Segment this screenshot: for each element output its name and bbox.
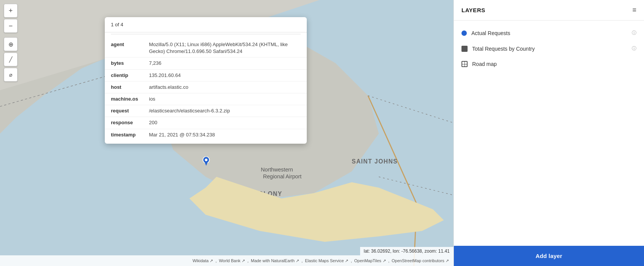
popup-value-response: 200 — [149, 119, 301, 126]
popup-key-host: host — [111, 84, 149, 91]
attribution-elasticmaps[interactable]: Elastic Maps Service ↗ — [305, 258, 348, 263]
map-toolbar: + − ⊕ ╱ ⌀ — [4, 4, 18, 82]
map-pin — [202, 157, 211, 167]
popup-row-timestamp: timestamp Mar 21, 2021 @ 07:53:34.238 — [105, 129, 307, 141]
add-layer-button[interactable]: Add layer — [454, 246, 644, 266]
attribution-openstreetmap[interactable]: OpenStreetMap contributors ↗ — [392, 258, 449, 263]
popup-value-machineos: ios — [149, 96, 301, 103]
pin-button[interactable]: ⌀ — [4, 68, 18, 82]
layers-title: LAYERS — [461, 7, 485, 13]
popup-pagination: 1 of 4 — [105, 17, 307, 32]
popup-value-clientip: 135.201.60.64 — [149, 72, 301, 79]
layer-item-actual-requests[interactable]: Actual Requests ⓘ — [454, 25, 644, 41]
road-map-label: Road map — [472, 61, 636, 67]
popup-row-clientip: clientip 135.201.60.64 — [105, 70, 307, 82]
compass-button[interactable]: ⊕ — [4, 37, 18, 51]
attribution-wikidata[interactable]: Wikidata ↗ — [192, 258, 213, 263]
popup-key-bytes: bytes — [111, 60, 149, 67]
compass-icon: ⊕ — [8, 41, 13, 48]
svg-text:Regional Airport: Regional Airport — [263, 173, 301, 179]
popup-row-host: host artifacts.elastic.co — [105, 82, 307, 93]
feature-popup: 1 of 4 agent Mozilla/5.0 (X11; Linux i68… — [105, 17, 307, 144]
layer-item-total-requests[interactable]: Total Requests by Country ⓘ — [454, 41, 644, 56]
minus-icon: − — [9, 22, 13, 30]
popup-key-agent: agent — [111, 41, 149, 55]
popup-value-bytes: 7,236 — [149, 60, 301, 67]
total-requests-label: Total Requests by Country — [472, 46, 627, 52]
svg-text:Northwestern: Northwestern — [261, 167, 293, 173]
popup-value-timestamp: Mar 21, 2021 @ 07:53:34.238 — [149, 131, 301, 138]
coord-display: lat: 36.02692, lon: -76.56638, zoom: 11.… — [364, 248, 450, 254]
popup-row-response: response 200 — [105, 117, 307, 129]
popup-key-response: response — [111, 119, 149, 126]
svg-point-31 — [205, 159, 208, 161]
attribution-worldbank[interactable]: World Bank ↗ — [219, 258, 245, 263]
layers-list: Actual Requests ⓘ Total Requests by Coun… — [454, 21, 644, 246]
actual-requests-indicator — [461, 30, 467, 36]
popup-key-timestamp: timestamp — [111, 131, 149, 138]
layers-panel: LAYERS ≡ Actual Requests ⓘ Total Request… — [453, 0, 644, 266]
popup-row-request: request /elasticsearch/elasticsearch-6.3… — [105, 105, 307, 117]
popup-key-request: request — [111, 107, 149, 114]
total-requests-info-icon[interactable]: ⓘ — [632, 45, 636, 52]
svg-marker-30 — [205, 162, 208, 166]
zoom-in-button[interactable]: + — [4, 4, 18, 18]
road-map-indicator — [461, 61, 468, 67]
total-requests-indicator — [461, 46, 468, 52]
layers-menu-icon[interactable]: ≡ — [632, 6, 636, 14]
add-layer-label: Add layer — [535, 253, 562, 259]
layer-item-road-map[interactable]: Road map — [454, 56, 644, 72]
actual-requests-label: Actual Requests — [471, 30, 627, 36]
popup-row-agent: agent Mozilla/5.0 (X11; Linux i686) Appl… — [105, 39, 307, 58]
popup-value-host: artifacts.elastic.co — [149, 84, 301, 91]
zoom-out-button[interactable]: − — [4, 19, 18, 33]
popup-data-table: agent Mozilla/5.0 (X11; Linux i686) Appl… — [105, 36, 307, 144]
svg-text:SAINT JOHNS: SAINT JOHNS — [352, 158, 398, 165]
attribution-openmaptiles[interactable]: OpenMapTiles ↗ — [354, 258, 386, 263]
popup-key-machineos: machine.os — [111, 96, 149, 103]
actual-requests-info-icon[interactable]: ⓘ — [632, 30, 636, 36]
popup-key-clientip: clientip — [111, 72, 149, 79]
popup-value-agent: Mozilla/5.0 (X11; Linux i686) AppleWebKi… — [149, 41, 301, 55]
attribution-naturalearth[interactable]: Made with NaturalEarth ↗ — [251, 258, 299, 263]
popup-row-bytes: bytes 7,236 — [105, 58, 307, 69]
draw-icon: ╱ — [9, 56, 12, 62]
popup-row-machineos: machine.os ios — [105, 93, 307, 105]
coord-info: lat: 36.02692, lon: -76.56638, zoom: 11.… — [360, 247, 454, 255]
popup-value-request: /elasticsearch/elasticsearch-6.3.2.zip — [149, 107, 301, 114]
draw-button[interactable]: ╱ — [4, 53, 18, 66]
layers-header: LAYERS ≡ — [454, 0, 644, 21]
attribution-bar: Wikidata ↗ , World Bank ↗ , Made with Na… — [0, 255, 453, 266]
plus-icon: + — [9, 7, 13, 15]
pagination-label: 1 of 4 — [111, 22, 123, 27]
link-icon: ⌀ — [9, 72, 12, 78]
